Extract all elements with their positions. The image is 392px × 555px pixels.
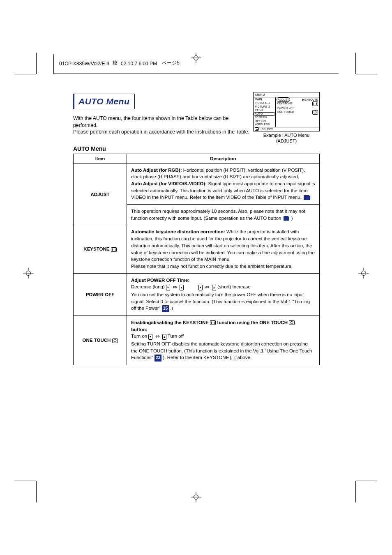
keystone-icon (210, 320, 216, 325)
onetouch-icon (289, 320, 295, 325)
crop-mark (356, 481, 377, 481)
double-arrow-icon: ⇔ (204, 284, 211, 290)
row-adjust-item: ADJUST (74, 163, 127, 225)
registration-mark (191, 492, 201, 502)
page-ref-15: 15 (162, 305, 169, 312)
crop-mark (36, 481, 37, 502)
onetouch-icon (112, 339, 118, 343)
row-keystone-item: KEYSTONE (74, 225, 127, 273)
row-poweroff-desc: Adjust POWER OFF Time: Decrease (long) ⇔… (127, 273, 320, 315)
page-icon (284, 216, 289, 221)
row-adjust-desc: Auto Adjust (for RGB): Horizontal positi… (127, 163, 320, 204)
doc-timestamp: 02.10.7 6:00 PM (121, 61, 157, 67)
double-arrow-icon: ⇔ (171, 284, 178, 290)
page-ref-23: 23 (154, 355, 161, 362)
crop-mark (355, 53, 356, 74)
doc-code: 01CP-X885W/Vol2/E-3 (59, 61, 109, 67)
keystone-icon (111, 247, 117, 252)
arrow-up-icon (180, 285, 184, 290)
keystone-icon (231, 356, 236, 360)
row-onetouch-desc: Enabling/disabling the KEYSTONE function… (127, 315, 320, 365)
crop-mark (15, 481, 36, 481)
registration-mark (358, 268, 369, 279)
double-arrow-icon: ⇔ (154, 333, 161, 339)
arrow-down-icon (198, 285, 203, 290)
row-adjust-note: This operation requires approximately 10… (127, 205, 320, 225)
registration-mark (23, 268, 34, 279)
doc-kanji: 校 (113, 60, 118, 67)
arrow-up-icon (212, 285, 216, 290)
section-title-box: AUTO Menu (73, 94, 135, 109)
crop-mark (355, 481, 356, 502)
arrow-down-icon (148, 334, 152, 340)
page-icon (304, 195, 310, 200)
print-header: 01CP-X885W/Vol2/E-3 校 02.10.7 6:00 PM ペー… (53, 54, 339, 74)
section-title: AUTO Menu (78, 97, 129, 106)
row-keystone-desc: Automatic keystone distortion correction… (127, 225, 320, 273)
arrow-up-icon (162, 334, 166, 340)
col-item: Item (74, 154, 127, 163)
col-description: Description (127, 154, 320, 163)
crop-mark (36, 53, 37, 74)
arrow-down-icon (166, 285, 170, 290)
doc-page-marker: ページ5 (162, 60, 180, 67)
crop-mark (15, 74, 36, 74)
row-poweroff-item: POWER OFF (74, 273, 127, 315)
auto-menu-table: Item Description ADJUST Auto Adjust (for… (73, 154, 320, 365)
crop-mark (356, 74, 377, 74)
table-heading: AUTO Menu (73, 145, 320, 152)
row-onetouch-item: ONE TOUCH (74, 315, 127, 365)
intro-text: With the AUTO menu, the four items shown… (73, 115, 250, 136)
